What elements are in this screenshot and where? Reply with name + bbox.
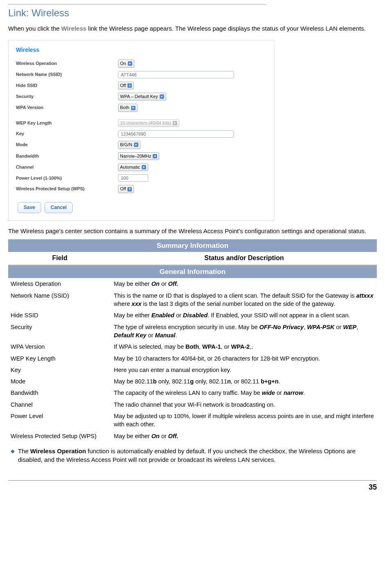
cell-desc: If WPA is selected, may be Both, WPA-1, … <box>111 341 377 352</box>
cell-field: Channel <box>8 399 111 410</box>
table-row: Power LevelMay be adjusted up to 100%, l… <box>8 410 377 430</box>
chevron-icon: ▾ <box>134 143 138 147</box>
input-key[interactable] <box>118 130 234 138</box>
footnote-text: The Wireless Operation function is autom… <box>18 447 377 464</box>
footnote: ◆ The Wireless Operation function is aut… <box>11 447 377 464</box>
cell-field: Mode <box>8 376 111 387</box>
intro-pre: When you click the <box>8 25 61 32</box>
save-button[interactable]: Save <box>18 202 41 213</box>
intro-paragraph: When you click the Wireless link the Wir… <box>8 24 377 33</box>
label-bw: Bandwidth <box>16 153 118 159</box>
select-sec[interactable]: WPA – Default Key▾ <box>118 93 166 100</box>
table-row: ModeMay be 802.11b only, 802.11g only, 8… <box>8 376 377 387</box>
label-pow: Power Level (1-100%) <box>16 175 118 181</box>
cell-desc: May be adjusted up to 100%, lower if mul… <box>111 410 377 430</box>
select-bw[interactable]: Narrow–20MHz▾ <box>118 152 159 160</box>
table-row: BandwidthThe capacity of the wireless LA… <box>8 387 377 399</box>
select-op[interactable]: On▾ <box>118 60 134 67</box>
page-title: Link: Wireless <box>8 6 377 20</box>
cell-field: Wireless Operation <box>8 278 111 290</box>
intro-bold: Wireless <box>61 25 87 32</box>
cell-field: Hide SSID <box>8 310 111 321</box>
cell-desc: May be either On or Off. <box>111 278 377 290</box>
page-footer: 35 <box>8 480 377 492</box>
cell-field: Security <box>8 321 111 341</box>
table-title: Summary Information <box>8 239 377 252</box>
cell-desc: The capacity of the wireless LAN to carr… <box>111 387 377 399</box>
cell-desc: May be either On or Off. <box>111 430 377 442</box>
cell-desc: The radio channel that your Wi-Fi networ… <box>111 399 377 410</box>
table-row: ChannelThe radio channel that your Wi-Fi… <box>8 399 377 410</box>
cell-field: Wireless Protected Setup (WPS) <box>8 430 111 442</box>
select-chan[interactable]: Automatic▾ <box>118 163 148 171</box>
cell-desc: Here you can enter a manual encryption k… <box>111 364 377 376</box>
cell-field: Bandwidth <box>8 387 111 399</box>
label-sec: Security <box>16 94 118 100</box>
col-desc: Status and/or Description <box>111 252 377 265</box>
label-wpa: WPA Version <box>16 105 118 111</box>
chevron-icon: ▾ <box>127 187 132 192</box>
cancel-button[interactable]: Cancel <box>45 202 73 213</box>
summary-table: Summary Information Field Status and/or … <box>8 239 377 442</box>
label-wep: WEP Key Length <box>16 120 118 126</box>
input-ssid[interactable] <box>118 71 234 78</box>
cell-desc: This is the name or ID that is displayed… <box>111 290 377 310</box>
col-field: Field <box>8 252 111 265</box>
select-mode[interactable]: B/G/N▾ <box>118 141 140 149</box>
table-row: Wireless OperationMay be either On or Of… <box>8 278 377 290</box>
label-ssid: Network Name (SSID) <box>16 71 118 78</box>
label-op: Wireless Operation <box>16 60 118 67</box>
select-wps[interactable]: Off▾ <box>118 185 134 193</box>
cell-field: Key <box>8 364 111 376</box>
select-hide[interactable]: Off▾ <box>118 82 134 89</box>
wireless-panel: Wireless Wireless Operation On▾ Network … <box>8 40 274 221</box>
cell-desc: The type of wireless encryption security… <box>111 321 377 341</box>
chevron-icon: ▾ <box>142 165 146 169</box>
cell-field: Network Name (SSID) <box>8 290 111 310</box>
intro-post: link the Wireless page appears. The Wire… <box>87 25 366 32</box>
table-row: Network Name (SSID)This is the name or I… <box>8 290 377 310</box>
cell-desc: May be 802.11b only, 802.11g only, 802.1… <box>111 376 377 387</box>
cell-field: WEP Key Length <box>8 353 111 364</box>
chevron-icon: ▾ <box>153 154 157 158</box>
input-pow[interactable] <box>118 174 148 182</box>
panel-heading: Wireless <box>9 46 274 58</box>
diamond-icon: ◆ <box>11 448 15 464</box>
table-row: SecurityThe type of wireless encryption … <box>8 321 377 341</box>
top-rule <box>8 4 266 4</box>
label-hide: Hide SSID <box>16 82 118 89</box>
table-row: Wireless Protected Setup (WPS)May be eit… <box>8 430 377 442</box>
cell-desc: May be either Enabled or Disabled. If En… <box>111 310 377 321</box>
select-wpa[interactable]: Both▾ <box>118 104 138 111</box>
chevron-icon: ▾ <box>128 61 132 66</box>
table-row: KeyHere you can enter a manual encryptio… <box>8 364 377 376</box>
mid-paragraph: The Wireless page's center section conta… <box>8 227 377 235</box>
chevron-icon: ▾ <box>160 94 164 99</box>
chevron-icon: ▾ <box>173 121 177 125</box>
table-row: Hide SSIDMay be either Enabled or Disabl… <box>8 310 377 321</box>
cell-field: WPA Version <box>8 341 111 352</box>
page-number: 35 <box>369 483 377 491</box>
chevron-icon: ▾ <box>131 106 136 110</box>
table-row: WPA VersionIf WPA is selected, may be Bo… <box>8 341 377 352</box>
label-key: Key <box>16 131 118 137</box>
label-mode: Mode <box>16 142 118 148</box>
table-row: WEP Key LengthMay be 10 characters for 4… <box>8 353 377 364</box>
select-wep: 10 characters (40/64 bits)▾ <box>118 119 179 127</box>
chevron-icon: ▾ <box>127 83 132 88</box>
label-chan: Channel <box>16 164 118 170</box>
label-wps: Wireless Protected Setup (WPS) <box>16 186 118 192</box>
section-header: General Information <box>8 265 377 278</box>
cell-desc: May be 10 characters for 40/64-bit, or 2… <box>111 353 377 364</box>
cell-field: Power Level <box>8 410 111 430</box>
